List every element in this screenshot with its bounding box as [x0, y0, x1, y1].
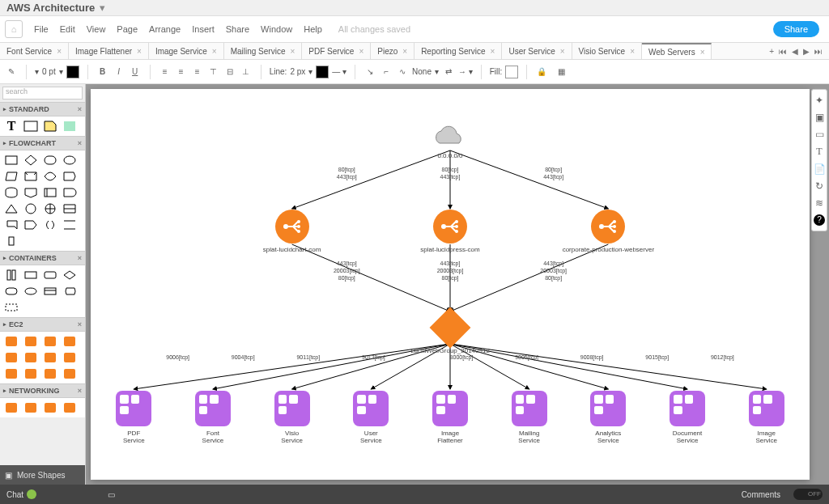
layers-tool-icon[interactable]: ≋	[815, 197, 823, 209]
ec2-shape-1[interactable]	[23, 335, 39, 348]
swap-ends-icon[interactable]: ⇄	[442, 66, 455, 78]
menu-share[interactable]: Share	[226, 24, 249, 34]
history-tool-icon[interactable]: ↻	[815, 180, 823, 192]
service-node[interactable]	[432, 391, 468, 426]
networking-shape-1[interactable]	[23, 401, 39, 414]
container-shape-2[interactable]	[42, 269, 58, 282]
line-width-input[interactable]: 2 px	[290, 67, 305, 76]
ec2-shape-7[interactable]	[62, 351, 78, 364]
ec2-shape-2[interactable]	[42, 335, 58, 348]
underline-button[interactable]: U	[129, 66, 142, 78]
text-shape[interactable]: T	[3, 120, 19, 133]
flowchart-shape-7[interactable]	[62, 170, 78, 183]
tab-last-icon[interactable]: ⏭	[814, 47, 823, 56]
service-node[interactable]	[195, 391, 231, 426]
title-dropdown-icon[interactable]: ▾	[100, 2, 105, 14]
menu-file[interactable]: File	[34, 24, 49, 34]
flowchart-shape-15[interactable]	[62, 202, 78, 215]
italic-button[interactable]: I	[113, 66, 125, 78]
tab-close-icon[interactable]: ×	[290, 47, 295, 56]
tab-close-icon[interactable]: ×	[57, 47, 62, 56]
align-right-icon[interactable]: ≡	[191, 66, 204, 78]
tab-close-icon[interactable]: ×	[700, 48, 705, 57]
service-node[interactable]	[512, 391, 547, 426]
flowchart-shape-2[interactable]	[42, 154, 58, 167]
ec2-shape-6[interactable]	[42, 351, 58, 364]
container-shape-4[interactable]	[3, 285, 19, 298]
tab-font-service[interactable]: Font Service×	[0, 43, 69, 59]
ec2-shape-3[interactable]	[62, 335, 78, 348]
group-icon[interactable]: ▦	[555, 66, 568, 78]
container-shape-0[interactable]	[3, 269, 19, 282]
align-center-icon[interactable]: ≡	[175, 66, 188, 78]
flowchart-shape-6[interactable]	[42, 170, 58, 183]
bold-button[interactable]: B	[96, 66, 109, 78]
ec2-shape-0[interactable]	[3, 335, 19, 348]
arrow-start-select[interactable]: None	[412, 67, 432, 76]
tab-close-icon[interactable]: ×	[491, 47, 495, 56]
connector-straight-icon[interactable]: ↘	[363, 66, 376, 78]
page-tool-icon[interactable]: 📄	[814, 163, 826, 175]
comments-button[interactable]: Comments	[742, 490, 780, 499]
flowchart-shape-8[interactable]	[3, 186, 19, 199]
flowchart-shape-1[interactable]	[23, 154, 39, 167]
menu-insert[interactable]: Insert	[192, 24, 215, 34]
ec2-shape-4[interactable]	[3, 351, 19, 364]
networking-shape-2[interactable]	[42, 401, 58, 414]
container-tool-icon[interactable]: ▭	[815, 129, 824, 140]
fill-color-swatch[interactable]	[505, 66, 518, 78]
flowchart-shape-19[interactable]	[62, 218, 78, 231]
fill-shape[interactable]	[62, 120, 78, 133]
service-node[interactable]	[749, 391, 784, 426]
networking-shape-3[interactable]	[62, 401, 78, 414]
container-shape-3[interactable]	[62, 269, 78, 282]
container-shape-1[interactable]	[23, 269, 39, 282]
comments-toggle[interactable]	[793, 489, 823, 500]
load-balancer-node[interactable]	[433, 210, 467, 244]
section-ec2[interactable]: ▸EC2×	[0, 317, 85, 332]
ec2-shape-10[interactable]	[42, 367, 58, 380]
service-node[interactable]	[670, 391, 705, 426]
menu-window[interactable]: Window	[261, 24, 292, 34]
flowchart-shape-13[interactable]	[23, 202, 39, 215]
flowchart-shape-20[interactable]	[3, 235, 19, 248]
container-shape-5[interactable]	[23, 285, 39, 298]
connector-curve-icon[interactable]: ∿	[396, 66, 409, 78]
flowchart-shape-5[interactable]	[23, 170, 39, 183]
menu-arrange[interactable]: Arrange	[149, 24, 181, 34]
help-tool-icon[interactable]: ?	[814, 214, 825, 226]
note-shape[interactable]	[42, 120, 58, 133]
ec2-shape-5[interactable]	[23, 351, 39, 364]
valign-bottom-icon[interactable]: ⊥	[240, 66, 253, 78]
section-standard[interactable]: ▸STANDARD×	[0, 102, 85, 116]
tab-close-icon[interactable]: ×	[560, 47, 565, 56]
flowchart-shape-17[interactable]	[23, 218, 39, 231]
flowchart-shape-0[interactable]	[3, 154, 19, 167]
tab-close-icon[interactable]: ×	[359, 47, 363, 56]
rect-shape[interactable]	[23, 120, 39, 133]
menu-page[interactable]: Page	[117, 24, 138, 34]
shape-search-input[interactable]: search	[2, 87, 83, 100]
section-flowchart[interactable]: ▸FLOWCHART×	[0, 136, 85, 150]
tab-close-icon[interactable]: ×	[402, 47, 407, 56]
add-tab-icon[interactable]: +	[769, 47, 774, 56]
tab-reporting-service[interactable]: Reporting Service×	[414, 43, 502, 59]
valign-top-icon[interactable]: ⊤	[207, 66, 220, 78]
image-tool-icon[interactable]: ▣	[815, 112, 824, 123]
service-node[interactable]	[274, 391, 310, 426]
cursor-tool-icon[interactable]: ✦	[815, 95, 823, 106]
align-left-icon[interactable]: ≡	[159, 66, 172, 78]
chat-button[interactable]: Chat	[6, 489, 36, 499]
ec2-shape-8[interactable]	[3, 367, 19, 380]
section-containers[interactable]: ▸CONTAINERS×	[0, 251, 85, 265]
networking-shape-0[interactable]	[3, 401, 19, 414]
menu-help[interactable]: Help	[304, 24, 322, 34]
flowchart-shape-3[interactable]	[62, 154, 78, 167]
arrow-end-select[interactable]: → ▾	[458, 67, 473, 76]
connector-elbow-icon[interactable]: ⌐	[380, 66, 393, 78]
home-icon[interactable]: ⌂	[5, 20, 23, 38]
line-style-select[interactable]: — ▾	[332, 67, 346, 76]
flowchart-shape-10[interactable]	[42, 186, 58, 199]
container-shape-7[interactable]	[62, 285, 78, 298]
service-node[interactable]	[353, 391, 389, 426]
